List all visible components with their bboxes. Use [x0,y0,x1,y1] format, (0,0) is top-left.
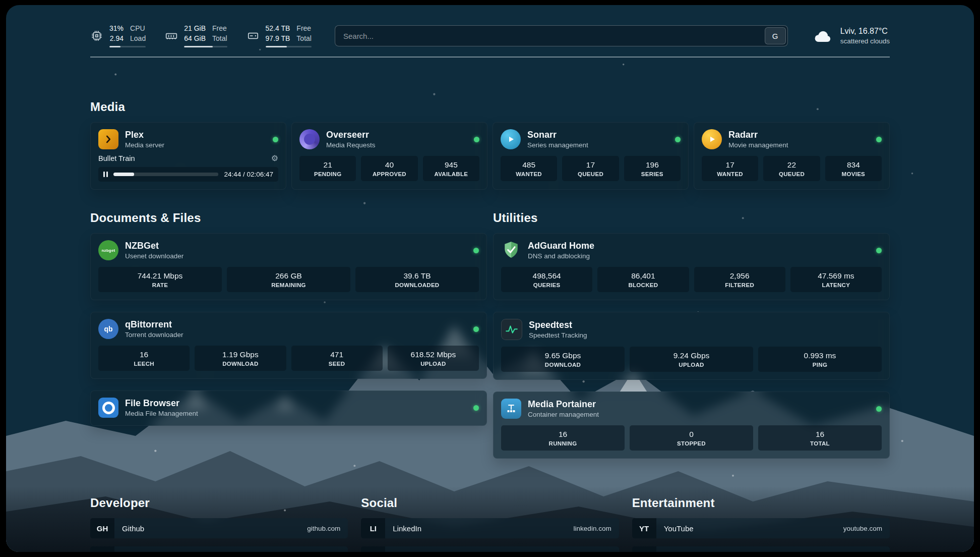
stat-queued: 17QUEUED [562,156,619,181]
bookmark-abbr: SO [90,546,114,552]
stat-running: 16RUNNING [501,425,625,451]
stat-queued: 22QUEUED [763,156,820,181]
plex-player-bar: 24:44 / 02:06:47 [98,167,278,182]
bookmark-abbr: TW [361,546,385,552]
service-card-sonarr[interactable]: Sonarr Series management 485WANTED 17QUE… [493,122,689,190]
section-utilities: Utilities [493,211,890,459]
qbittorrent-subtitle: Torrent downloader [125,331,467,339]
qbittorrent-name: qBittorrent [125,319,467,330]
plex-progress-bar[interactable] [113,173,218,176]
cpu-label-top: CPU [130,24,146,33]
stat-ping: 0.993 msPING [758,347,882,372]
disk-icon [247,29,260,42]
stat-upload: 618.52 MbpsUPLOAD [388,346,479,371]
overseerr-subtitle: Media Requests [326,141,467,149]
filebrowser-icon [98,398,118,418]
adguard-subtitle: DNS and adblocking [528,252,870,260]
cpu-widget: 31% CPU 2.94 Load [90,24,146,47]
service-card-plex[interactable]: Plex Media server Bullet Train ⚙ 24:44 /… [90,122,286,190]
weather-location: Lviv, 16.87°C [840,26,890,37]
adguard-name: AdGuard Home [528,241,870,251]
overseerr-status-dot [474,137,479,142]
service-card-portainer[interactable]: Media Portainer Container management 16R… [493,392,890,459]
entertainment-section-title: Entertainment [632,496,890,510]
bookmark-abbr: YT [632,518,656,538]
section-documents: Documents & Files nzbget NZBGet Usenet d… [90,211,487,426]
bookmark-twitter[interactable]: TW Twitter twitter.com [361,546,619,552]
memory-label-top: Free [212,24,227,33]
section-media: Media Plex Media server [90,100,890,190]
plex-now-playing: Bullet Train [98,154,135,162]
portainer-icon [501,399,521,419]
section-social: Social LI LinkedIn linkedin.com TW Twitt… [361,496,619,552]
top-bar: 31% CPU 2.94 Load [90,5,890,47]
stat-movies: 834MOVIES [825,156,882,181]
stat-download: 9.65 GbpsDOWNLOAD [501,347,625,372]
stat-remaining: 266 GBREMAINING [227,267,350,292]
memory-free: 21 GiB [184,24,206,33]
social-section-title: Social [361,496,619,510]
stat-leech: 16LEECH [98,346,190,371]
disk-label-top: Free [296,24,312,33]
adguard-shield-icon [501,240,521,260]
speedtest-name: Speedtest [529,320,882,330]
bookmark-netflix[interactable]: NF Netflix netflix.com [632,546,890,552]
utilities-section-title: Utilities [493,211,890,225]
section-developer: Developer GH Github github.com SO StackO… [90,496,348,552]
pause-icon[interactable] [103,172,108,177]
bookmark-url: github.com [307,525,348,532]
stat-upload: 9.24 GbpsUPLOAD [630,347,753,372]
bookmark-name: LinkedIn [385,524,573,533]
filebrowser-subtitle: Media File Management [125,410,467,417]
bookmark-stackoverflow[interactable]: SO StackOverflow stackoverflow.com [90,546,348,552]
stat-total: 16TOTAL [758,425,882,451]
qbittorrent-status-dot [473,326,479,332]
bookmark-github[interactable]: GH Github github.com [90,518,348,538]
section-entertainment: Entertainment YT YouTube youtube.com NF … [632,496,890,552]
bookmark-abbr: NF [632,546,656,552]
service-card-filebrowser[interactable]: File Browser Media File Management [90,391,487,426]
qbittorrent-icon: qb [98,319,118,339]
speedtest-subtitle: Speedtest Tracking [529,331,882,339]
plex-name: Plex [125,130,266,140]
stat-wanted: 17WANTED [702,156,758,181]
bookmark-linkedin[interactable]: LI LinkedIn linkedin.com [361,518,619,538]
nzbget-status-dot [473,248,479,253]
service-card-overseerr[interactable]: Overseerr Media Requests 21PENDING 40APP… [291,122,487,190]
cpu-percent: 31% [109,24,124,33]
adguard-status-dot [876,248,882,253]
stat-approved: 40APPROVED [361,156,417,181]
documents-section-title: Documents & Files [90,211,487,225]
disk-free: 52.4 TB [266,24,290,33]
plex-subtitle: Media server [125,141,266,149]
stat-seed: 471SEED [291,346,383,371]
sonarr-icon [501,129,521,149]
radarr-name: Radarr [728,130,870,140]
bookmark-url: linkedin.com [574,525,619,532]
portainer-status-dot [876,406,882,412]
filebrowser-status-dot [473,405,479,411]
dashboard-screen: 31% CPU 2.94 Load [6,5,974,552]
stat-stopped: 0STOPPED [630,425,753,451]
service-card-adguard[interactable]: AdGuard Home DNS and adblocking 498,564Q… [493,233,890,300]
service-card-qbittorrent[interactable]: qb qBittorrent Torrent downloader 16LEEC… [90,312,487,379]
plex-status-dot [273,137,278,142]
bookmark-youtube[interactable]: YT YouTube youtube.com [632,518,890,538]
stat-latency: 47.569 msLATENCY [790,267,882,292]
service-card-radarr[interactable]: Radarr Movie management 17WANTED 22QUEUE… [694,122,890,190]
memory-label-bottom: Total [212,34,227,43]
nzbget-subtitle: Usenet downloader [125,252,467,260]
overseerr-name: Overseerr [326,130,467,140]
developer-section-title: Developer [90,496,348,510]
plex-settings-gear-icon[interactable]: ⚙ [271,154,278,162]
memory-progress-bar [184,46,227,47]
search-provider-button[interactable]: G [765,27,786,44]
sonarr-name: Sonarr [527,130,668,140]
disk-label-bottom: Total [296,34,312,43]
search-input[interactable] [335,25,788,46]
stat-series: 196SERIES [624,156,681,181]
service-card-nzbget[interactable]: nzbget NZBGet Usenet downloader 744.21 M… [90,233,487,300]
stat-blocked: 86,401BLOCKED [597,267,689,292]
portainer-name: Media Portainer [528,399,870,410]
service-card-speedtest[interactable]: Speedtest Speedtest Tracking 9.65 GbpsDO… [493,312,890,380]
